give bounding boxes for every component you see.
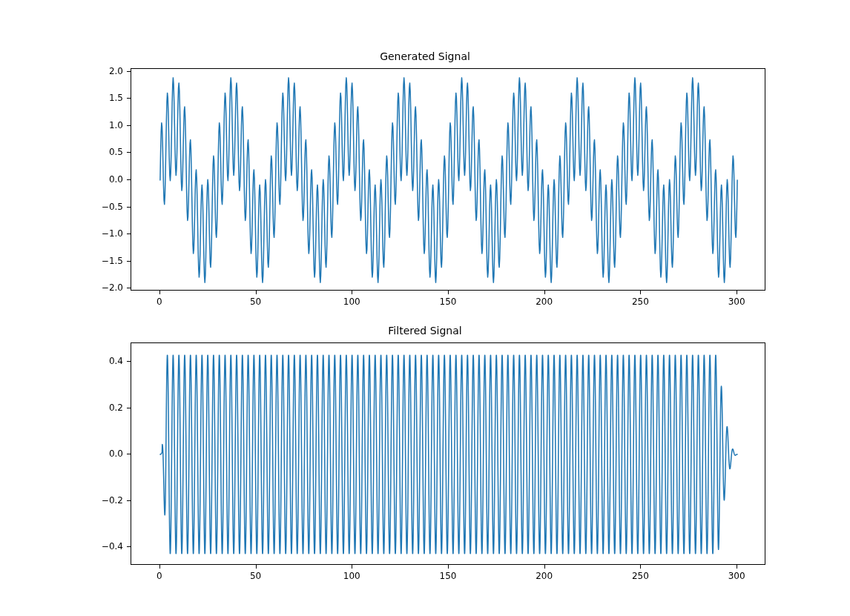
- y-tick-mark: [127, 500, 131, 501]
- x-tick-mark: [352, 565, 352, 569]
- x-tick-label: 100: [343, 571, 360, 581]
- x-tick-mark: [352, 291, 352, 294]
- x-tick-mark: [640, 291, 641, 294]
- x-tick-mark: [159, 565, 160, 569]
- y-tick-mark: [127, 234, 131, 234]
- y-tick-mark: [127, 546, 131, 547]
- subplot-title-top: Generated Signal: [0, 50, 850, 62]
- y-tick-mark: [127, 207, 131, 208]
- y-tick-label: 0.4: [109, 356, 123, 366]
- y-tick-label: 0.0: [109, 448, 123, 459]
- x-tick-mark: [737, 291, 737, 294]
- x-tick-mark: [256, 291, 257, 294]
- y-tick-label: 0.5: [109, 147, 123, 157]
- y-tick-mark: [127, 261, 131, 262]
- y-tick-mark: [127, 288, 131, 288]
- x-tick-label: 100: [343, 297, 360, 307]
- x-tick-label: 150: [440, 297, 457, 307]
- x-tick-mark: [448, 565, 449, 569]
- y-tick-mark: [127, 125, 131, 126]
- y-tick-label: 2.0: [109, 66, 123, 76]
- y-tick-label: −1.5: [102, 256, 123, 266]
- x-tick-label: 300: [728, 571, 745, 581]
- x-tick-label: 250: [632, 297, 649, 307]
- x-tick-label: 50: [250, 571, 261, 581]
- figure: Generated Signal Filtered Signal 0501001…: [0, 0, 850, 616]
- y-tick-label: 0.2: [109, 403, 123, 413]
- x-tick-label: 50: [250, 297, 261, 307]
- axes-generated-signal: [131, 68, 765, 291]
- y-tick-mark: [127, 361, 131, 362]
- x-tick-label: 250: [632, 571, 649, 581]
- axes-filtered-signal: [131, 342, 765, 565]
- y-tick-label: 1.5: [109, 93, 123, 103]
- x-tick-mark: [737, 565, 737, 569]
- x-tick-mark: [159, 291, 160, 294]
- y-tick-label: −0.5: [102, 202, 123, 212]
- y-tick-label: −0.4: [102, 541, 123, 552]
- y-tick-label: −0.2: [102, 495, 123, 506]
- y-tick-mark: [127, 98, 131, 99]
- y-tick-mark: [127, 152, 131, 153]
- y-tick-mark: [127, 179, 131, 180]
- x-tick-label: 0: [157, 571, 162, 581]
- x-tick-mark: [544, 565, 545, 569]
- x-tick-label: 150: [440, 571, 457, 581]
- x-tick-mark: [544, 291, 545, 294]
- y-tick-label: 0.0: [109, 174, 123, 185]
- y-tick-label: 1.0: [109, 120, 123, 130]
- x-tick-label: 300: [728, 297, 745, 307]
- y-tick-mark: [127, 408, 131, 408]
- subplot-title-bottom: Filtered Signal: [0, 325, 850, 337]
- y-tick-label: −1.0: [102, 228, 123, 239]
- x-tick-label: 200: [536, 571, 553, 581]
- x-tick-mark: [640, 565, 641, 569]
- x-tick-label: 200: [536, 297, 553, 307]
- x-tick-mark: [256, 565, 257, 569]
- x-tick-mark: [448, 291, 449, 294]
- y-tick-mark: [127, 71, 131, 72]
- y-tick-mark: [127, 454, 131, 454]
- line-plot-filtered-signal: [131, 343, 765, 565]
- y-tick-label: −2.0: [102, 282, 123, 293]
- x-tick-label: 0: [157, 297, 162, 307]
- line-plot-generated-signal: [131, 69, 765, 291]
